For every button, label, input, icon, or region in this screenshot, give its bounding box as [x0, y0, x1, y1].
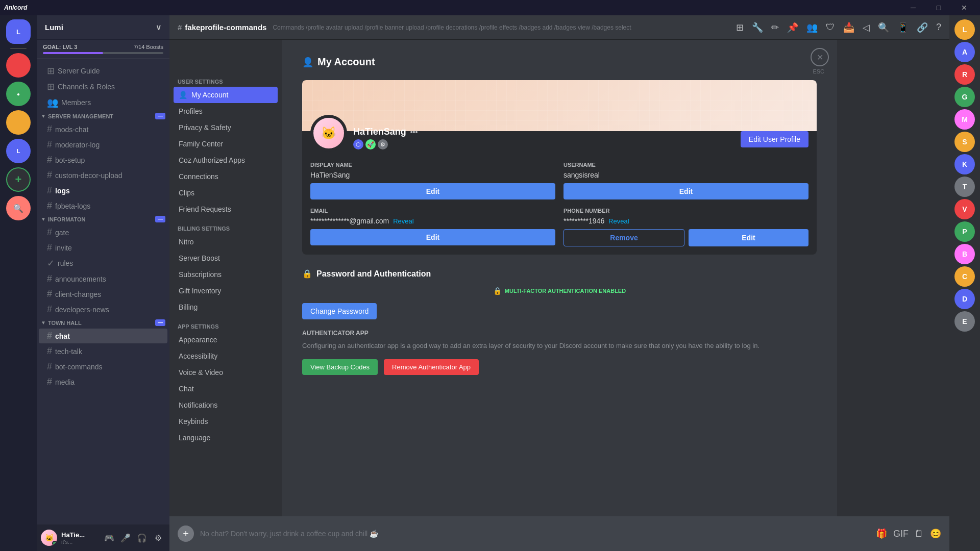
- edit-email-button[interactable]: Edit: [310, 229, 555, 245]
- settings-item-chat[interactable]: Chat: [174, 381, 278, 397]
- category-server-management[interactable]: ▼ SERVER MANAGEMENT —: [37, 111, 169, 121]
- member-avatar-2[interactable]: A: [954, 42, 975, 62]
- grid-icon[interactable]: ⊞: [736, 22, 744, 33]
- remove-authenticator-button[interactable]: Remove Authenticator App: [384, 359, 479, 375]
- server-icon-red[interactable]: [6, 53, 31, 78]
- microphone-icon[interactable]: 🎤: [118, 531, 133, 545]
- channel-invite[interactable]: # invite: [39, 240, 167, 255]
- shield-icon[interactable]: 🛡: [826, 22, 835, 33]
- headphone-icon[interactable]: 🎧: [135, 531, 149, 545]
- server-dropdown-icon[interactable]: ∨: [156, 23, 161, 32]
- settings-item-billing[interactable]: Billing: [174, 299, 278, 315]
- chat-input[interactable]: [200, 530, 870, 538]
- member-avatar-6[interactable]: S: [954, 132, 975, 152]
- settings-item-subscriptions[interactable]: Subscriptions: [174, 266, 278, 283]
- close-button[interactable]: ✕: [952, 0, 976, 15]
- settings-item-language[interactable]: Language: [174, 430, 278, 446]
- settings-item-gift-inventory[interactable]: Gift Inventory: [174, 283, 278, 299]
- channel-media[interactable]: # media: [39, 374, 167, 389]
- settings-item-voice-video[interactable]: Voice & Video: [174, 364, 278, 381]
- channel-channels-roles[interactable]: ⊞ Channels & Roles: [39, 79, 167, 94]
- channel-rules[interactable]: ✓ rules: [39, 256, 167, 271]
- server-icon-add[interactable]: +: [6, 167, 31, 192]
- edit-profile-button[interactable]: Edit User Profile: [741, 131, 808, 147]
- member-avatar-13[interactable]: D: [954, 289, 975, 309]
- gamepad-icon[interactable]: 🎮: [102, 531, 116, 545]
- close-button[interactable]: ✕: [811, 48, 829, 66]
- channel-fpbeta-logs[interactable]: # fpbeta-logs: [39, 198, 167, 213]
- channel-logs[interactable]: # logs: [39, 183, 167, 198]
- server-icon-explore[interactable]: 🔍: [6, 196, 31, 220]
- user-avatar[interactable]: 🐱: [41, 530, 57, 546]
- server-header[interactable]: Lumi ∨: [37, 15, 169, 40]
- search-icon[interactable]: 🔍: [878, 22, 889, 33]
- member-avatar-3[interactable]: R: [954, 64, 975, 85]
- server-icon-orange[interactable]: [6, 110, 31, 135]
- category-town-hall[interactable]: ▼ TOWN HALL —: [37, 317, 169, 328]
- emoji-icon[interactable]: 😊: [930, 528, 941, 539]
- server-icon-lumi[interactable]: L: [6, 19, 31, 44]
- server-icon-green[interactable]: ●: [6, 82, 31, 106]
- members-icon[interactable]: 👥: [806, 22, 818, 33]
- settings-item-server-boost[interactable]: Server Boost: [174, 250, 278, 266]
- server-icon-blue2[interactable]: L: [6, 139, 31, 163]
- member-avatar-5[interactable]: M: [954, 109, 975, 130]
- settings-item-profiles[interactable]: Profiles: [174, 103, 278, 119]
- view-backup-codes-button[interactable]: View Backup Codes: [302, 359, 378, 375]
- channel-server-guide[interactable]: ⊞ Server Guide: [39, 63, 167, 79]
- channel-client-changes[interactable]: # client-changes: [39, 287, 167, 302]
- more-icon[interactable]: •••: [410, 128, 418, 136]
- settings-item-nitro[interactable]: Nitro: [174, 234, 278, 250]
- channel-members[interactable]: 👥 Members: [39, 95, 167, 110]
- settings-icon[interactable]: ⚙: [151, 531, 165, 545]
- member-avatar-9[interactable]: V: [954, 199, 975, 219]
- channel-tech-talk[interactable]: # tech-talk: [39, 344, 167, 359]
- member-avatar-1[interactable]: L: [954, 19, 975, 40]
- channel-mods-chat[interactable]: # mods-chat: [39, 122, 167, 137]
- tools-icon[interactable]: 🔧: [752, 22, 763, 33]
- member-avatar-4[interactable]: G: [954, 87, 975, 107]
- maximize-button[interactable]: □: [927, 0, 950, 15]
- member-avatar-12[interactable]: C: [954, 266, 975, 287]
- phone-reveal-link[interactable]: Reveal: [608, 217, 629, 225]
- gif-icon[interactable]: GIF: [893, 529, 909, 539]
- settings-item-clips[interactable]: Clips: [174, 185, 278, 201]
- settings-item-keybinds[interactable]: Keybinds: [174, 413, 278, 430]
- channel-gate[interactable]: # gate: [39, 225, 167, 240]
- add-attachment-button[interactable]: +: [178, 525, 194, 542]
- settings-item-connections[interactable]: Connections: [174, 168, 278, 185]
- edit-username-button[interactable]: Edit: [564, 183, 808, 199]
- member-avatar-8[interactable]: T: [954, 177, 975, 197]
- gift-icon[interactable]: 🎁: [876, 528, 887, 539]
- pin-icon[interactable]: 📌: [787, 22, 798, 33]
- sticker-icon[interactable]: 🗒: [915, 529, 924, 539]
- edit-phone-button[interactable]: Edit: [689, 229, 808, 246]
- channel-moderator-log[interactable]: # moderator-log: [39, 137, 167, 152]
- member-avatar-11[interactable]: B: [954, 244, 975, 264]
- member-avatar-7[interactable]: K: [954, 154, 975, 174]
- inbox2-icon[interactable]: 📱: [897, 22, 909, 33]
- channel-developers-news[interactable]: # developers-news: [39, 302, 167, 317]
- pencil-icon[interactable]: ✏: [771, 22, 779, 33]
- settings-item-my-account[interactable]: 👤 My Account: [174, 87, 278, 103]
- remove-phone-button[interactable]: Remove: [564, 229, 684, 246]
- channel-bot-commands[interactable]: # bot-commands: [39, 359, 167, 374]
- channel-bot-setup[interactable]: # bot-setup: [39, 153, 167, 167]
- channel-chat[interactable]: # chat: [39, 329, 167, 343]
- settings-item-accessibility[interactable]: Accessibility: [174, 348, 278, 364]
- settings-item-friend-requests[interactable]: Friend Requests: [174, 201, 278, 217]
- email-reveal-link[interactable]: Reveal: [393, 217, 413, 225]
- edit-display-name-button[interactable]: Edit: [310, 183, 555, 199]
- channel-custom-decor[interactable]: # custom-decor-upload: [39, 168, 167, 183]
- settings-item-notifications[interactable]: Notifications: [174, 397, 278, 413]
- back-icon[interactable]: ◁: [863, 22, 870, 33]
- category-information[interactable]: ▼ INFORMATON —: [37, 214, 169, 224]
- settings-item-appearance[interactable]: Appearance: [174, 332, 278, 348]
- inbox-icon[interactable]: 📥: [843, 22, 854, 33]
- member-avatar-10[interactable]: P: [954, 221, 975, 242]
- channel-announcements[interactable]: # announcements: [39, 271, 167, 286]
- member-avatar-14[interactable]: E: [954, 311, 975, 332]
- settings-item-privacy[interactable]: Privacy & Safety: [174, 119, 278, 136]
- settings-item-authorized-apps[interactable]: Coz Authorized Apps: [174, 152, 278, 168]
- link-icon[interactable]: 🔗: [917, 22, 928, 33]
